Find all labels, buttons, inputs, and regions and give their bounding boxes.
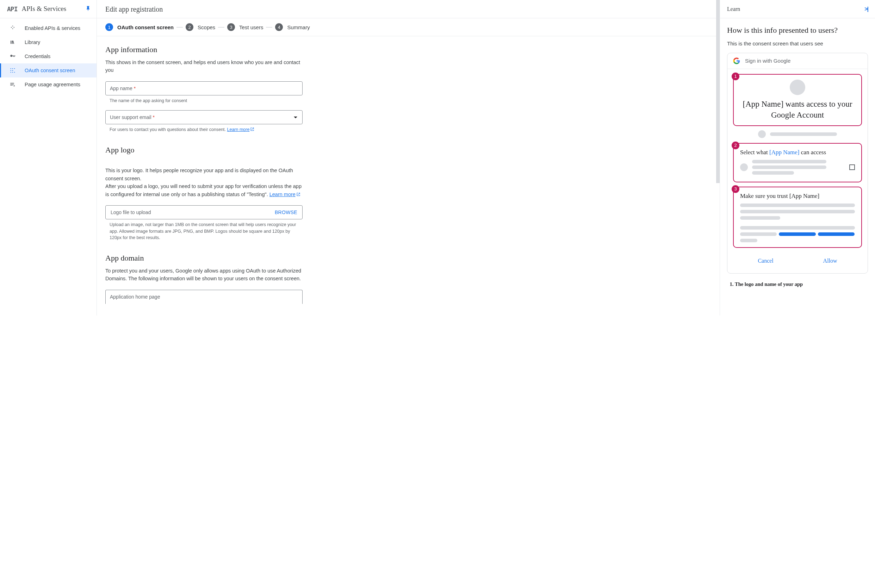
bar-placeholder — [770, 132, 837, 136]
svg-point-1 — [12, 68, 13, 69]
field-label: User support email * — [110, 114, 155, 120]
field-support-email: User support email * For users to contac… — [105, 110, 303, 133]
step-summary[interactable]: 4Summary — [275, 23, 310, 31]
avatar-placeholder — [790, 80, 805, 95]
section-app-logo: App logo This is your logo. It helps peo… — [105, 145, 707, 241]
section-description: To protect you and your users, Google on… — [105, 267, 303, 283]
section-heading: App domain — [105, 253, 707, 263]
external-link-icon — [296, 191, 300, 195]
bar-placeholder — [740, 232, 777, 236]
library-icon — [9, 39, 17, 45]
sidebar-header: API APIs & Services — [0, 0, 96, 18]
learn-title: Learn — [727, 6, 740, 12]
learn-body: How is this info presented to users? Thi… — [720, 18, 875, 299]
helper-text: The name of the app asking for consent — [105, 95, 299, 104]
learn-subtitle: This is the consent screen that users se… — [727, 40, 868, 46]
step-oauth-consent[interactable]: 1OAuth consent screen — [105, 23, 174, 31]
sidebar-item-label: Enabled APIs & services — [25, 26, 80, 31]
bar-placeholder — [752, 165, 826, 169]
consent-box-2: 2 Select what [App Name] can access — [733, 143, 862, 182]
sidebar-nav: Enabled APIs & services Library Credenti… — [0, 18, 96, 92]
consent-box-3: 3 Make sure you trust [App Name] — [733, 187, 862, 248]
field-label: App name * — [110, 86, 136, 91]
consent-box2-title: Select what [App Name] can access — [740, 148, 855, 156]
sidebar-item-label: OAuth consent screen — [25, 68, 75, 73]
learn-more-link[interactable]: Learn more — [227, 127, 255, 132]
sidebar-item-credentials[interactable]: Credentials — [0, 49, 96, 63]
step-separator — [177, 27, 183, 27]
dot-placeholder — [758, 130, 766, 138]
bar-placeholder — [818, 232, 855, 236]
step-separator — [218, 27, 224, 27]
step-number: 4 — [275, 23, 283, 31]
page-title: Edit app registration — [105, 5, 163, 14]
allow-button-mock: Allow — [823, 258, 837, 264]
main-header: Edit app registration — [97, 0, 720, 18]
bar-placeholder — [740, 239, 757, 242]
dashboard-icon — [9, 25, 17, 32]
learn-more-link[interactable]: Learn more — [269, 192, 300, 197]
consent-preview: Sign in with Google 1 [App Name] wants a… — [727, 53, 868, 274]
field-home-page: Application home page — [105, 290, 303, 304]
step-scopes[interactable]: 2Scopes — [186, 23, 215, 31]
badge-2: 2 — [732, 141, 739, 149]
external-link-icon — [250, 127, 254, 131]
svg-point-3 — [11, 70, 11, 71]
section-description: This is your logo. It helps people recog… — [105, 159, 303, 198]
bar-placeholder — [752, 160, 826, 164]
section-description: This shows in the consent screen, and he… — [105, 58, 303, 74]
collapse-icon[interactable]: >| — [864, 6, 868, 12]
app-name-input[interactable]: App name * — [105, 81, 303, 95]
sidebar-item-oauth-consent[interactable]: OAuth consent screen — [0, 63, 96, 78]
bar-placeholder — [752, 171, 794, 175]
form-area: App information This shows in the consen… — [97, 36, 720, 314]
placeholder-row — [740, 160, 855, 175]
learn-panel: Learn >| How is this info presented to u… — [720, 0, 875, 315]
step-number: 2 — [186, 23, 194, 31]
section-heading: App logo — [105, 145, 707, 155]
section-heading: App information — [105, 45, 707, 55]
svg-point-2 — [14, 68, 15, 69]
step-label: Summary — [287, 24, 310, 30]
consent-actions: Cancel Allow — [733, 252, 862, 267]
consent-header: Sign in with Google — [727, 53, 867, 69]
step-test-users[interactable]: 3Test users — [227, 23, 263, 31]
sidebar-item-label: Library — [25, 39, 40, 45]
sidebar-item-label: Page usage agreements — [25, 82, 80, 87]
svg-point-0 — [11, 68, 11, 69]
sidebar-item-page-usage[interactable]: Page usage agreements — [0, 78, 96, 92]
step-number: 3 — [227, 23, 235, 31]
sidebar-item-library[interactable]: Library — [0, 35, 96, 49]
browse-button[interactable]: BROWSE — [275, 210, 297, 215]
helper-text: Upload an image, not larger than 1MB on … — [105, 219, 299, 241]
google-logo-icon — [733, 57, 740, 64]
bar-placeholder — [740, 204, 855, 207]
sidebar-item-enabled-apis[interactable]: Enabled APIs & services — [0, 21, 96, 35]
api-logo: API — [7, 6, 18, 12]
checkbox-placeholder — [849, 164, 855, 170]
support-email-select[interactable]: User support email * — [105, 110, 303, 124]
bar-placeholder — [740, 216, 780, 220]
field-app-name: App name * The name of the app asking fo… — [105, 81, 303, 104]
svg-point-4 — [12, 70, 13, 71]
consent-icon — [9, 67, 17, 74]
consent-box3-title: Make sure you trust [App Name] — [740, 192, 855, 200]
logo-upload-field[interactable]: Logo file to upload BROWSE — [105, 205, 303, 219]
key-icon — [9, 53, 17, 60]
signin-label: Sign in with Google — [745, 58, 791, 64]
main-content: Edit app registration 1OAuth consent scr… — [97, 0, 720, 315]
cancel-button-mock: Cancel — [758, 258, 773, 264]
learn-list: The logo and name of your app — [727, 280, 868, 288]
svg-point-7 — [14, 72, 15, 72]
step-number: 1 — [105, 23, 113, 31]
step-label: Test users — [239, 24, 263, 30]
upload-label: Logo file to upload — [111, 210, 151, 215]
pin-icon[interactable] — [85, 6, 91, 13]
stepper: 1OAuth consent screen 2Scopes 3Test user… — [97, 18, 720, 36]
learn-list-item: The logo and name of your app — [735, 280, 868, 288]
svg-point-5 — [11, 72, 11, 72]
placeholder-row — [733, 130, 862, 138]
bar-placeholder — [740, 226, 855, 230]
svg-point-6 — [12, 72, 13, 72]
home-page-input[interactable]: Application home page — [105, 290, 303, 304]
